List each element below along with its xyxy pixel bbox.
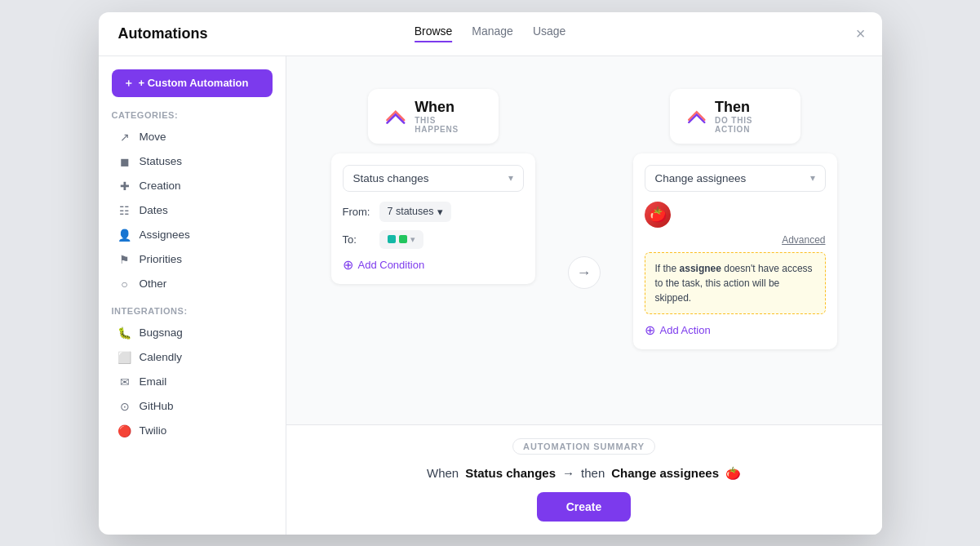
assignees-icon: 👤 (118, 229, 131, 242)
sidebar-item-email-label: Email (140, 375, 167, 388)
from-label: From: (343, 206, 371, 218)
when-card: Status changes ▾ From: 7 statuses ▾ To: (331, 153, 535, 284)
create-button[interactable]: Create (537, 492, 632, 522)
automation-area: When THIS HAPPENS Status changes ▾ From: (286, 56, 882, 424)
move-icon: ↗ (118, 131, 131, 144)
custom-automation-button[interactable]: ＋ + Custom Automation (112, 69, 273, 97)
trigger-select[interactable]: Status changes ▾ (343, 165, 524, 192)
tab-browse[interactable]: Browse (415, 24, 453, 42)
when-subtitle: THIS HAPPENS (415, 116, 481, 134)
summary-then-bold: Change assignees (611, 466, 719, 480)
sidebar-item-statuses-label: Statuses (140, 155, 183, 167)
from-statuses-button[interactable]: 7 statuses ▾ (379, 202, 452, 222)
creation-icon: ✚ (118, 180, 131, 193)
to-label: To: (343, 233, 371, 246)
add-condition-button[interactable]: ⊕ Add Condition (343, 257, 425, 273)
when-column: When THIS HAPPENS Status changes ▾ From: (331, 89, 535, 284)
modal-body: ＋ + Custom Automation CATEGORIES: ↗ Move… (99, 56, 882, 535)
when-header-text: When THIS HAPPENS (415, 99, 481, 134)
dot-green (399, 235, 407, 243)
to-dots-button[interactable]: ▾ (379, 230, 423, 249)
sidebar-item-github-label: GitHub (140, 400, 174, 412)
dots-chevron-icon: ▾ (410, 234, 415, 245)
summary-avatar-emoji: 🍅 (725, 466, 741, 481)
sidebar-item-assignees[interactable]: 👤 Assignees (112, 223, 273, 247)
sidebar-item-other[interactable]: ○ Other (112, 272, 273, 296)
integrations-label: INTEGRATIONS: (112, 306, 273, 316)
sidebar-item-priorities[interactable]: ⚑ Priorities (112, 247, 273, 272)
sidebar-item-twilio-label: Twilio (140, 424, 167, 437)
from-row: From: 7 statuses ▾ (343, 202, 524, 222)
assignee-avatar: 🍅 (645, 202, 671, 228)
action-select-value: Change assignees (655, 172, 747, 184)
modal-title: Automations (118, 25, 208, 42)
from-chevron-icon: ▾ (437, 206, 443, 218)
tab-usage[interactable]: Usage (533, 24, 565, 42)
sidebar-item-assignees-label: Assignees (140, 229, 190, 241)
calendly-icon: ⬜ (118, 351, 131, 364)
sidebar-item-dates-label: Dates (140, 204, 168, 216)
sidebar-item-bugsnag[interactable]: 🐛 Bugsnag (112, 321, 273, 345)
summary-when-bold: Status changes (465, 466, 556, 480)
sidebar-item-dates[interactable]: ☷ Dates (112, 198, 273, 223)
avatar-emoji: 🍅 (649, 206, 667, 224)
sidebar-item-creation-label: Creation (140, 180, 181, 192)
then-subtitle: DO THIS ACTION (715, 116, 783, 134)
summary-arrow: → (562, 466, 574, 480)
sidebar-item-github[interactable]: ⊙ GitHub (112, 394, 273, 419)
add-action-button[interactable]: ⊕ Add Action (645, 322, 711, 338)
add-action-icon: ⊕ (645, 322, 655, 338)
email-icon: ✉ (118, 375, 131, 388)
trigger-chevron-icon: ▾ (508, 172, 513, 184)
other-icon: ○ (118, 277, 131, 291)
sidebar-item-email[interactable]: ✉ Email (112, 370, 273, 394)
sidebar-item-move[interactable]: ↗ Move (112, 125, 273, 149)
add-action-label: Add Action (660, 324, 711, 336)
add-condition-label: Add Condition (358, 259, 425, 271)
plus-icon: ＋ (123, 76, 134, 91)
action-select[interactable]: Change assignees ▾ (645, 165, 826, 192)
sidebar-item-move-label: Move (140, 131, 166, 143)
summary-section: AUTOMATION SUMMARY When Status changes →… (286, 424, 882, 535)
statuses-icon: ◼ (118, 155, 131, 168)
sidebar-item-bugsnag-label: Bugsnag (140, 326, 183, 339)
action-chevron-icon: ▾ (810, 172, 815, 184)
warning-box: If the assignee doesn't have access to t… (645, 252, 826, 314)
bugsnag-icon: 🐛 (118, 326, 131, 340)
add-condition-icon: ⊕ (343, 257, 353, 273)
warning-text: If the assignee doesn't have access to t… (655, 263, 813, 304)
priorities-icon: ⚑ (118, 253, 131, 266)
when-header: When THIS HAPPENS (368, 89, 499, 144)
dates-icon: ☷ (118, 204, 131, 217)
close-button[interactable]: × (856, 25, 866, 42)
sidebar-item-statuses[interactable]: ◼ Statuses (112, 149, 273, 174)
sidebar-item-calendly[interactable]: ⬜ Calendly (112, 345, 273, 370)
summary-text: When Status changes → then Change assign… (427, 466, 741, 481)
categories-label: CATEGORIES: (112, 110, 273, 120)
github-icon: ⊙ (118, 400, 131, 413)
trigger-select-value: Status changes (353, 172, 429, 184)
then-header: Then DO THIS ACTION (670, 89, 800, 144)
when-logo-icon (384, 104, 407, 127)
sidebar-item-priorities-label: Priorities (140, 253, 183, 265)
tab-manage[interactable]: Manage (472, 24, 513, 42)
from-statuses-value: 7 statuses (388, 206, 434, 217)
sidebar-item-twilio[interactable]: 🔴 Twilio (112, 419, 273, 443)
sidebar-item-other-label: Other (140, 277, 167, 290)
then-header-text: Then DO THIS ACTION (715, 99, 783, 134)
summary-badge: AUTOMATION SUMMARY (512, 438, 655, 455)
then-logo-icon (686, 104, 707, 127)
modal-tabs: Browse Manage Usage (415, 24, 566, 42)
then-card: Change assignees ▾ 🍅 Advanced If the ass… (633, 153, 837, 349)
to-row: To: ▾ (343, 230, 524, 249)
automations-modal: Automations Browse Manage Usage × ＋ + Cu… (99, 12, 882, 535)
dot-teal (388, 235, 396, 243)
sidebar-item-creation[interactable]: ✚ Creation (112, 174, 273, 198)
twilio-icon: 🔴 (118, 424, 131, 437)
modal-header: Automations Browse Manage Usage × (99, 12, 882, 56)
sidebar-item-calendly-label: Calendly (140, 351, 183, 363)
advanced-link[interactable]: Advanced (645, 234, 826, 246)
summary-then-label: then (581, 466, 605, 480)
when-title: When (415, 99, 481, 116)
main-content: When THIS HAPPENS Status changes ▾ From: (286, 56, 882, 535)
